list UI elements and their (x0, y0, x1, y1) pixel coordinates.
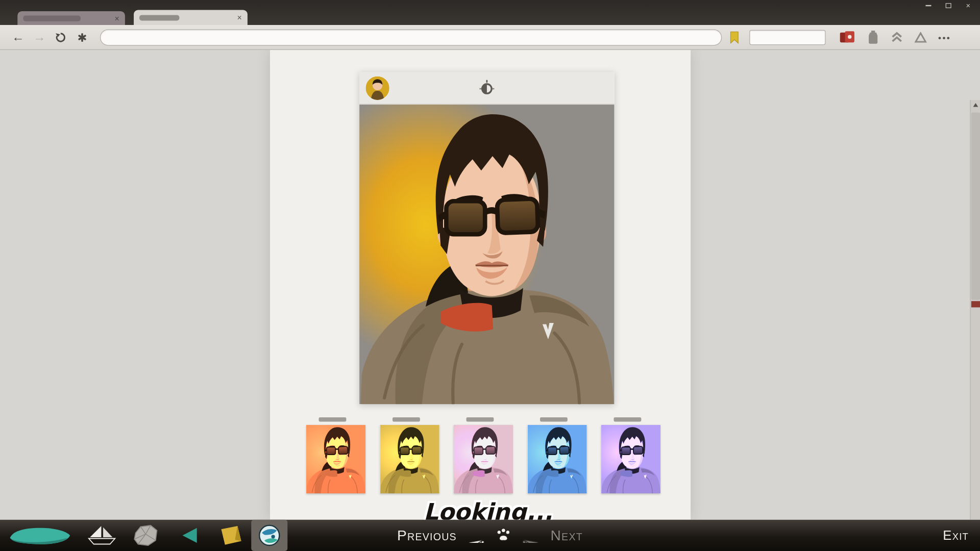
forward-icon: → (33, 30, 45, 44)
extension-area: ••• (839, 30, 951, 44)
filtered-portrait-image (527, 425, 586, 494)
browser-tab-active[interactable]: × (134, 10, 248, 25)
search-input[interactable] (749, 30, 825, 44)
bookmark-button[interactable] (728, 31, 741, 43)
filter-label-placeholder (466, 417, 494, 422)
filter-thumbnail-purple[interactable] (601, 417, 660, 493)
previous-button[interactable]: Previous (397, 527, 457, 544)
address-bar-input[interactable] (100, 29, 722, 45)
filtered-portrait-image (380, 425, 439, 494)
filter-thumbnail-blue[interactable] (527, 417, 586, 493)
page-viewport: Looking... (0, 50, 980, 520)
profile-avatar[interactable] (365, 76, 389, 100)
minimize-button[interactable] (921, 1, 935, 10)
filter-label-placeholder (540, 417, 568, 422)
scroll-up-button[interactable] (971, 100, 980, 110)
boat-icon (87, 525, 116, 546)
browser-tab-inactive[interactable]: × (17, 11, 125, 25)
filter-label-placeholder (614, 417, 641, 422)
tab-title-placeholder (23, 15, 81, 21)
profile-photo (359, 104, 615, 404)
red-extension-icon[interactable] (839, 30, 855, 44)
filtered-portrait-image (454, 425, 513, 494)
brush-logo-icon[interactable] (0, 520, 80, 551)
asterisk-icon (77, 32, 87, 42)
page-navigation: Previous (397, 520, 583, 551)
browser-menu-button[interactable]: ••• (938, 32, 951, 42)
teal-swoosh-icon (8, 524, 72, 546)
settings-button[interactable] (71, 29, 93, 46)
refresh-icon (55, 32, 66, 43)
photo-card (359, 72, 615, 404)
back-button[interactable]: ← (8, 29, 29, 46)
filter-label-placeholder (393, 417, 420, 422)
filter-thumbnail-pale[interactable] (454, 417, 513, 493)
game-taskbar: Previous (0, 520, 980, 551)
double-chevron-icon[interactable] (891, 31, 903, 43)
triangle-extension-icon[interactable] (914, 32, 926, 43)
window-controls: × (921, 1, 975, 10)
filter-thumbnail-row (270, 417, 691, 498)
filter-thumbnail-red[interactable] (306, 417, 365, 493)
minimize-icon (925, 5, 931, 6)
page-fan-left-icon (467, 528, 485, 543)
back-icon: ← (12, 30, 24, 44)
notes-app-button[interactable] (211, 520, 251, 551)
filter-thumbnail-yellow[interactable] (380, 417, 439, 493)
browser-titlebar: × × × (0, 0, 980, 25)
tab-title-placeholder (139, 15, 179, 20)
boat-app-button[interactable] (80, 520, 124, 551)
yellow-note-icon (219, 525, 244, 546)
page-scrollbar[interactable] (970, 100, 980, 520)
filtered-portrait-image (601, 425, 660, 494)
contrast-lens-icon (478, 80, 496, 97)
filtered-portrait-image (306, 425, 365, 494)
media-app-button[interactable] (167, 520, 211, 551)
browser-app-button-active[interactable] (251, 520, 287, 551)
tab-close-icon[interactable]: × (115, 14, 119, 22)
game-screen: × × × ← → ••• (0, 0, 980, 551)
filter-label-placeholder (318, 417, 346, 422)
forward-button[interactable]: → (29, 29, 50, 46)
next-button[interactable]: Next (551, 527, 583, 544)
next-pages-button[interactable] (522, 528, 541, 543)
refresh-button[interactable] (50, 29, 71, 46)
tab-close-icon[interactable]: × (237, 13, 242, 21)
scroll-marker (971, 301, 980, 307)
maximize-icon (945, 3, 951, 8)
photo-card-header (359, 72, 615, 105)
bookmark-icon (730, 31, 739, 43)
taskbar-app-icons (0, 520, 287, 551)
maximize-button[interactable] (941, 1, 955, 10)
browser-toolbar: ← → ••• (0, 25, 980, 50)
paw-icon (496, 527, 512, 544)
narration-subtitle: Looking... (424, 498, 553, 520)
page-fan-right-icon (522, 528, 541, 543)
arrow-up-icon (973, 103, 978, 107)
filter-compare-button[interactable] (478, 80, 496, 99)
globe-icon (258, 524, 281, 546)
previous-pages-button[interactable] (467, 528, 485, 543)
close-button[interactable]: × (961, 1, 975, 10)
jug-extension-icon[interactable] (867, 30, 879, 44)
play-triangle-icon (180, 527, 199, 544)
crumpled-paper-icon (132, 524, 159, 546)
webpage-content-column (270, 50, 691, 520)
scrollbar-thumb[interactable] (971, 112, 980, 299)
exit-button[interactable]: Exit (943, 520, 969, 551)
paper-app-button[interactable] (124, 520, 167, 551)
close-icon: × (966, 1, 970, 10)
avatar-image (365, 76, 389, 100)
